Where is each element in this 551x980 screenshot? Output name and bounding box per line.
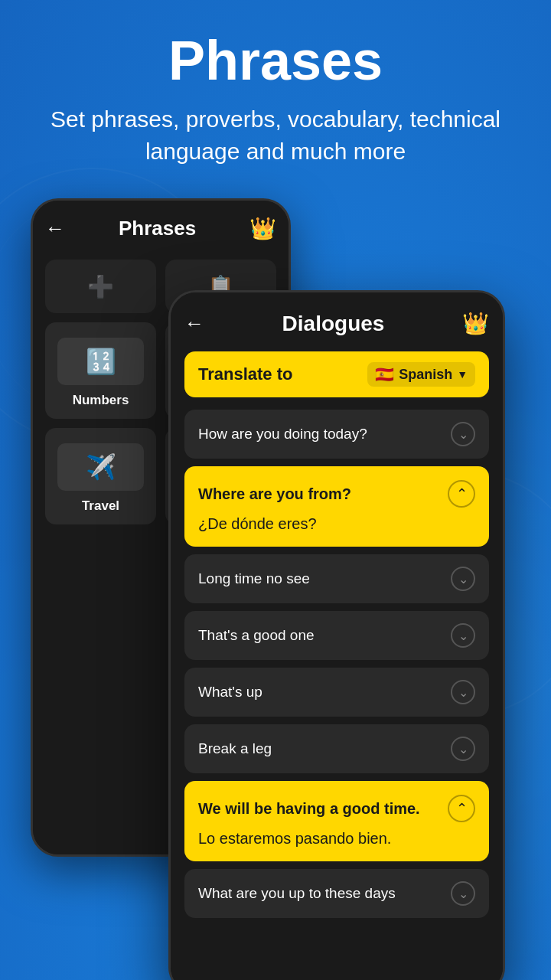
category-travel-label: Travel [82,498,119,514]
phrase-item-how-are-you[interactable]: How are you doing today? ⌄ [184,410,489,459]
phrases-back-arrow[interactable]: ← [45,217,65,240]
phrase-expanded-text-where-from: Where are you from? [198,485,351,503]
phrase-expanded-where-from[interactable]: Where are you from? ⌃ ¿De dónde eres? [184,466,489,547]
phrases-top-item-1[interactable]: ➕ [45,260,156,313]
expand-btn-good-one[interactable]: ⌄ [451,623,475,648]
expand-btn-break-a-leg[interactable]: ⌄ [451,737,475,761]
phrase-text-how-are-you: How are you doing today? [198,426,367,443]
dialogues-phone: ← Dialogues 👑 Translate to 🇪🇸 Spanish ▼ … [168,290,505,980]
phrase-translation-good-time: Lo estaremos pasando bien. [198,830,391,847]
category-numbers-label: Numbers [73,393,129,408]
phrase-text-whats-up: What's up [198,684,262,701]
phrase-text-break-a-leg: Break a leg [198,740,272,757]
phrase-expanded-good-time[interactable]: We will be having a good time. ⌃ Lo esta… [184,781,489,861]
dialogues-header: ← Dialogues 👑 [184,311,489,336]
page-subtitle: Set phrases, proverbs, vocabulary, techn… [46,103,505,168]
dialogues-crown-icon[interactable]: 👑 [462,311,489,336]
phrase-item-good-one[interactable]: That's a good one ⌄ [184,611,489,660]
phrase-item-long-time[interactable]: Long time no see ⌄ [184,554,489,603]
collapse-btn-where-from[interactable]: ⌃ [448,480,475,508]
dialogues-screen-title: Dialogues [282,312,385,336]
language-selector[interactable]: 🇪🇸 Spanish ▼ [367,362,475,387]
phrases-screen-title: Phrases [119,217,196,240]
translate-label: Translate to [198,364,292,384]
phones-container: ← Phrases 👑 ➕ 📋 [15,198,536,933]
dialogues-back-arrow[interactable]: ← [184,312,204,335]
category-numbers[interactable]: 🔢 Numbers [45,322,156,419]
phrase-text-up-to: What are you up to these days [198,885,396,902]
expand-btn-whats-up[interactable]: ⌄ [451,680,475,704]
dropdown-arrow-icon: ▼ [457,368,468,381]
expand-btn-how-are-you[interactable]: ⌄ [451,422,475,446]
phrase-item-break-a-leg[interactable]: Break a leg ⌄ [184,724,489,773]
expand-btn-up-to[interactable]: ⌄ [451,881,475,906]
expand-btn-long-time[interactable]: ⌄ [451,567,475,591]
flag-icon: 🇪🇸 [375,365,394,384]
language-name: Spanish [399,367,452,383]
translate-bar[interactable]: Translate to 🇪🇸 Spanish ▼ [184,351,489,397]
phrase-item-whats-up[interactable]: What's up ⌄ [184,668,489,717]
phrase-expanded-text-good-time: We will be having a good time. [198,800,420,818]
phrase-text-good-one: That's a good one [198,627,315,644]
phrases-crown-icon[interactable]: 👑 [249,216,276,241]
phrase-text-long-time: Long time no see [198,570,310,587]
category-travel[interactable]: ✈️ Travel [45,428,156,524]
phrase-item-up-to[interactable]: What are you up to these days ⌄ [184,869,489,918]
phrases-header: ← Phrases 👑 [45,216,276,241]
phrase-translation-where-from: ¿De dónde eres? [198,515,317,532]
collapse-btn-good-time[interactable]: ⌃ [448,795,475,822]
page-title: Phrases [168,31,383,91]
